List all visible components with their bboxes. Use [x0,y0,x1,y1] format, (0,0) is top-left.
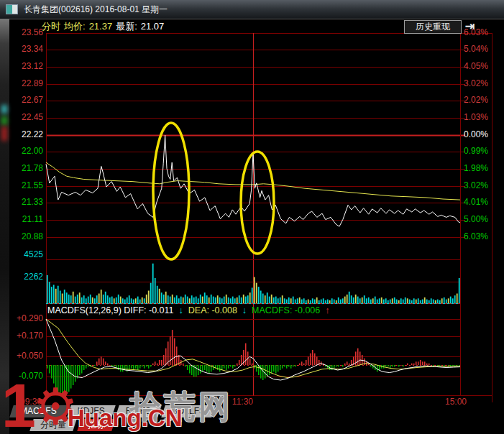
macd-value-text: MACDFS: -0.006 [252,305,320,315]
macd-axis-label: +0.170 [10,331,43,341]
macd-dea-text: DEA: -0.008 [188,305,237,315]
history-replay-button[interactable]: 历史重现 [404,20,462,34]
indicator-tabs: MACDFS KDJFS RSIFS BOLLFS [12,405,214,417]
edge-smudge-cyan [1,105,7,114]
mode-label: 分时 [42,20,60,33]
tab-volume-panel[interactable]: 分时量 [32,419,75,431]
macd-axis-label: +0.290 [10,314,43,323]
price-axis-label: 23.12 [10,62,43,71]
down-arrow-icon: ↓ [179,305,183,315]
price-axis-label: 22.00 [10,147,43,156]
price-axis-label: 21.78 [10,164,43,173]
price-axis-label: 22.89 [10,79,43,88]
percent-axis-label: 0.99% [464,147,500,156]
edge-smudge-red [1,126,7,141]
down-arrow-icon: ↓ [242,305,247,315]
percent-axis-label: 5.04% [464,45,500,54]
price-axis-label: 22.45 [10,113,43,122]
panel-tabs: 分时量 指标 [32,419,114,431]
percent-axis-label: 4.01% [464,198,500,207]
chart-info-bar: 分时 均价: 21.37 最新: 21.07 [42,20,164,32]
highlight-ellipses [153,123,274,259]
percent-axis-label: 3.02% [464,79,500,88]
price-axis-label: 23.34 [10,45,43,54]
app-icon [6,4,18,14]
highlight-ellipse [153,123,189,259]
time-axis-label: 15:00 [445,397,467,407]
edge-smudge-green [1,116,7,125]
window-title: 长青集团(002616) 2016-08-01 星期一 [24,4,168,16]
percent-axis-label: 3.02% [464,181,500,190]
desktop-edge [0,19,9,434]
last-price-value: 21.07 [141,21,165,32]
price-axis-label: 21.55 [10,181,43,190]
macd-axis-label: +0.050 [10,351,43,361]
percent-axis-label: 1.98% [464,164,500,173]
price-axis-label: 21.33 [10,198,43,207]
macd-diff-text: MACDFS(12,26,9) DIFF: -0.011 [47,305,174,315]
grid-lines [46,33,492,402]
percent-axis-label: 1.03% [464,113,500,122]
macd-info-bar: MACDFS(12,26,9) DIFF: -0.011 ↓ DEA: -0.0… [47,305,330,315]
tab-rsifs[interactable]: RSIFS [117,405,160,417]
percent-axis-label: 5.00% [464,215,500,224]
price-axis-label: 23.56 [10,28,43,37]
avg-price-label: 均价: [64,20,86,33]
volume-axis-label: 2262 [10,272,43,282]
time-axis-label: 11:30 [232,397,253,407]
price-axis-label: 22.67 [10,96,43,105]
percent-axis-label: 0.00% [464,130,500,139]
tab-kdjfs[interactable]: KDJFS [69,405,114,417]
app-window: 长青集团(002616) 2016-08-01 星期一 分时 均价: 21.37… [0,0,504,434]
last-price-label: 最新: [116,20,137,33]
titlebar[interactable]: 长青集团(002616) 2016-08-01 星期一 [0,0,504,19]
tab-indicator-panel[interactable]: 指标 [79,419,114,431]
percent-axis-label: 2.02% [464,96,500,105]
avg-price-value: 21.37 [89,21,113,32]
percent-axis-label: 4.05% [464,62,500,71]
percent-axis-label: 6.03% [464,232,500,241]
up-arrow-icon: ↑ [325,305,329,315]
step-forward-icon[interactable]: ⇥ [465,19,475,33]
macd-axis-label: -0.070 [10,371,43,381]
tab-bollfs[interactable]: BOLLFS [163,405,214,417]
price-axis-label: 20.88 [10,232,43,241]
price-axis-label: 21.11 [10,215,43,224]
tab-macdfs[interactable]: MACDFS [12,405,65,417]
price-axis-label: 22.22 [10,130,43,139]
intraday-chart-canvas[interactable] [0,0,504,434]
volume-axis-label: 4525 [10,250,43,259]
